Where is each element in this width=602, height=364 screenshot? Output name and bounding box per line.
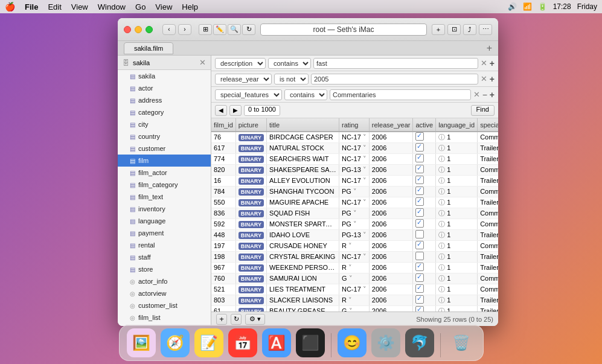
sidebar-item-payment[interactable]: ▤payment [118,227,211,239]
edit-button[interactable]: ✏️ [213,24,226,35]
sidebar-view-actorview[interactable]: ◎actorview [118,287,211,299]
battery-icon[interactable]: 🔋 [538,2,547,11]
search-button[interactable]: 🔍 [228,24,241,35]
dock-item-finder[interactable]: 😊 [338,328,367,357]
dock-item-photos[interactable]: 🖼️ [127,328,156,357]
sidebar-item-film[interactable]: ▤film [118,155,211,167]
sidebar-item-store[interactable]: ▤store [118,263,211,275]
table-row[interactable]: 592BINARYMONSTER SPARTACUSPG ˅2006ⓘ 1Com… [211,219,498,229]
dock-item-appstore[interactable]: 🅰️ [262,328,291,357]
dock-item-settings[interactable]: ⚙️ [371,328,400,357]
rating-arrow[interactable]: ˅ [353,188,357,195]
rating-arrow[interactable]: ˅ [348,264,352,271]
sidebar-view-customer_list[interactable]: ◎customer_list [118,299,211,311]
window-menu[interactable]: Window [98,2,126,11]
close-button[interactable] [124,26,131,33]
rating-arrow[interactable]: ˅ [353,209,357,217]
view-menu2[interactable]: View [155,2,172,11]
active-checkbox[interactable] [415,165,424,173]
active-checkbox[interactable] [415,143,424,152]
add-tab-button[interactable]: + [487,43,492,54]
table-row[interactable]: 836BINARYSQUAD FISHPG ˅2006ⓘ 1Commentari… [211,208,498,219]
app-name-menu[interactable]: File [25,2,38,11]
rating-arrow[interactable]: ˅ [363,155,367,162]
active-checkbox[interactable] [415,154,424,162]
sidebar-view-film_list[interactable]: ◎film_list [118,311,211,324]
help-menu[interactable]: Help [182,2,198,11]
more-button[interactable]: ⋯ [479,24,492,35]
table-row[interactable]: 803BINARYSLACKER LIAISONSR ˅2006ⓘ 1Trail… [211,295,498,305]
back-button[interactable]: ‹ [162,24,176,35]
table-row[interactable]: 967BINARYWEEKEND PERSONALR ˅2006ⓘ 1Trail… [211,262,498,273]
filter-add-button-0[interactable]: + [490,59,495,68]
page-range-field[interactable]: 0 to 1000 [244,105,280,116]
sidebar-item-film_category[interactable]: ▤film_category [118,179,211,191]
sidebar-item-city[interactable]: ▤city [118,118,211,130]
add-button[interactable]: + [432,24,445,35]
view-menu[interactable]: View [71,2,88,11]
page-next-button[interactable]: ▶ [229,105,242,116]
maximize-button[interactable] [146,26,153,33]
filter-operator-0[interactable]: contains [268,58,311,69]
sidebar-view-actor_info[interactable]: ◎actor_info [118,275,211,287]
filter-value-2[interactable] [330,89,471,100]
active-checkbox[interactable] [415,230,424,238]
settings-button[interactable]: ⚙ ▾ [245,314,265,325]
go-menu[interactable]: Go [135,2,146,11]
wifi-icon[interactable]: 📶 [523,2,532,11]
filter-value-0[interactable] [313,58,478,69]
sidebar-item-film_actor[interactable]: ▤film_actor [118,167,211,179]
rating-arrow[interactable]: ˅ [363,199,367,206]
sidebar-item-actor[interactable]: ▤actor [118,82,211,94]
action-button[interactable]: ⊡ [447,24,461,35]
active-checkbox[interactable] [415,176,424,184]
grid-view-button[interactable]: ⊞ [199,24,212,35]
sidebar-item-country[interactable]: ▤country [118,130,211,142]
dock-item-calendar[interactable]: 📅 [228,328,257,357]
col-header-title[interactable]: title [266,118,339,132]
rating-arrow[interactable]: ˅ [363,286,367,293]
rating-arrow[interactable]: ˅ [363,177,367,184]
forward-button[interactable]: › [178,24,191,35]
sidebar-item-staff[interactable]: ▤staff [118,251,211,263]
sidebar-item-film_text[interactable]: ▤film_text [118,191,211,203]
sidebar-item-customer[interactable]: ▤customer [118,142,211,155]
rating-arrow[interactable]: ˅ [363,166,367,173]
active-checkbox[interactable] [415,284,424,293]
col-header-active[interactable]: active [413,118,436,132]
dock-item-terminal[interactable]: ⬛ [296,328,325,357]
apple-menu[interactable]: 🍎 [5,2,15,11]
col-header-language_id[interactable]: language_id [436,118,478,132]
sidebar-item-address[interactable]: ▤address [118,94,211,106]
sidebar-item-language[interactable]: ▤language [118,215,211,227]
active-checkbox[interactable] [415,263,424,271]
dock-item-trash[interactable]: 🗑️ [447,328,476,357]
col-header-film_id[interactable]: film_id [211,118,235,132]
table-row[interactable]: 197BINARYCRUSADE HONEYR ˅2006ⓘ 1Commenta… [211,240,498,251]
filter-field-0[interactable]: description [215,58,266,69]
rating-arrow[interactable]: ˅ [363,253,367,260]
active-checkbox[interactable] [415,241,424,249]
table-row[interactable]: 16BINARYALLEY EVOLUTIONNC-17 ˅2006ⓘ 1Tra… [211,175,498,186]
rating-arrow[interactable]: ˅ [353,220,357,228]
find-button[interactable]: Find [471,105,495,116]
dock-item-sequelpro[interactable]: 🐬 [405,328,434,357]
table-row[interactable]: 448BINARYIDAHO LOVEPG-13 ˅2006ⓘ 1Trailer… [211,229,498,240]
active-checkbox[interactable] [415,295,424,304]
active-checkbox[interactable] [415,252,424,260]
filter-add-button-2[interactable]: + [490,90,495,100]
active-checkbox[interactable] [415,273,424,282]
table-row[interactable]: 760BINARYSAMURAI LIONG ˅2006ⓘ 1Commentar… [211,273,498,284]
active-checkbox[interactable] [415,208,424,217]
rating-arrow[interactable]: ˅ [349,275,353,282]
table-row[interactable]: 820BINARYSHAKESPEARE SADDLEPG-13 ˅2006ⓘ … [211,164,498,175]
filter-clear-1[interactable]: ✕ [481,74,487,83]
active-checkbox[interactable] [415,132,424,141]
sidebar-item-rental[interactable]: ▤rental [118,239,211,251]
volume-icon[interactable]: 🔊 [508,2,517,11]
rating-arrow[interactable]: ˅ [349,307,353,312]
rating-arrow[interactable]: ˅ [363,133,367,141]
add-row-button[interactable]: + [216,314,227,325]
col-header-release_year[interactable]: release_year [369,118,413,132]
filter-value-1[interactable] [311,74,478,85]
